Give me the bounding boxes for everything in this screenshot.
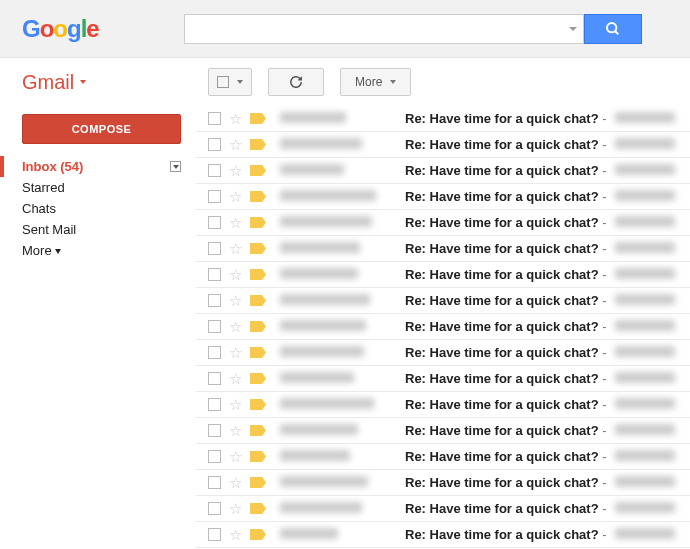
select-all-button[interactable]	[208, 68, 252, 96]
compose-button[interactable]: COMPOSE	[22, 114, 181, 144]
row-checkbox[interactable]	[208, 138, 221, 151]
sender	[280, 319, 405, 334]
sender	[280, 345, 405, 360]
star-icon[interactable]: ☆	[229, 292, 242, 310]
google-logo[interactable]: Google	[22, 15, 99, 43]
star-icon[interactable]: ☆	[229, 110, 242, 128]
row-checkbox[interactable]	[208, 294, 221, 307]
important-tag-icon[interactable]	[250, 217, 266, 228]
important-tag-icon[interactable]	[250, 295, 266, 306]
mail-row[interactable]: ☆Re: Have time for a quick chat? -	[196, 314, 690, 340]
important-tag-icon[interactable]	[250, 243, 266, 254]
star-icon[interactable]: ☆	[229, 448, 242, 466]
mail-row[interactable]: ☆Re: Have time for a quick chat? -	[196, 262, 690, 288]
row-checkbox[interactable]	[208, 450, 221, 463]
mail-row[interactable]: ☆Re: Have time for a quick chat? -	[196, 522, 690, 548]
important-tag-icon[interactable]	[250, 373, 266, 384]
row-checkbox[interactable]	[208, 164, 221, 177]
row-checkbox[interactable]	[208, 346, 221, 359]
star-icon[interactable]: ☆	[229, 214, 242, 232]
important-tag-icon[interactable]	[250, 191, 266, 202]
important-tag-icon[interactable]	[250, 139, 266, 150]
star-icon[interactable]: ☆	[229, 188, 242, 206]
important-tag-icon[interactable]	[250, 451, 266, 462]
row-checkbox[interactable]	[208, 112, 221, 125]
important-tag-icon[interactable]	[250, 477, 266, 488]
star-icon[interactable]: ☆	[229, 344, 242, 362]
important-tag-icon[interactable]	[250, 269, 266, 280]
star-icon[interactable]: ☆	[229, 318, 242, 336]
folder-options-icon[interactable]	[170, 161, 181, 172]
mail-row[interactable]: ☆Re: Have time for a quick chat? -	[196, 106, 690, 132]
mail-row[interactable]: ☆Re: Have time for a quick chat? -	[196, 288, 690, 314]
star-icon[interactable]: ☆	[229, 240, 242, 258]
row-checkbox[interactable]	[208, 216, 221, 229]
star-icon[interactable]: ☆	[229, 370, 242, 388]
subject: Re: Have time for a quick chat? -	[405, 345, 607, 360]
mail-row[interactable]: ☆Re: Have time for a quick chat? -	[196, 158, 690, 184]
row-checkbox[interactable]	[208, 242, 221, 255]
row-checkbox[interactable]	[208, 424, 221, 437]
preview	[615, 475, 675, 490]
mail-row[interactable]: ☆Re: Have time for a quick chat? -	[196, 132, 690, 158]
mail-row[interactable]: ☆Re: Have time for a quick chat? -	[196, 340, 690, 366]
mail-row[interactable]: ☆Re: Have time for a quick chat? -	[196, 236, 690, 262]
important-tag-icon[interactable]	[250, 503, 266, 514]
sidebar-item-starred[interactable]: Starred	[0, 177, 196, 198]
important-tag-icon[interactable]	[250, 347, 266, 358]
mail-row[interactable]: ☆Re: Have time for a quick chat? -	[196, 496, 690, 522]
row-checkbox[interactable]	[208, 398, 221, 411]
mail-row[interactable]: ☆Re: Have time for a quick chat? -	[196, 184, 690, 210]
more-label: More	[355, 75, 382, 89]
search-button[interactable]	[584, 14, 642, 44]
star-icon[interactable]: ☆	[229, 526, 242, 544]
app-title[interactable]: Gmail	[0, 71, 196, 94]
important-tag-icon[interactable]	[250, 529, 266, 540]
mail-row[interactable]: ☆Re: Have time for a quick chat? -	[196, 210, 690, 236]
search-options-caret[interactable]	[569, 27, 577, 31]
star-icon[interactable]: ☆	[229, 266, 242, 284]
mail-row[interactable]: ☆Re: Have time for a quick chat? -	[196, 418, 690, 444]
row-checkbox[interactable]	[208, 476, 221, 489]
more-button[interactable]: More	[340, 68, 411, 96]
star-icon[interactable]: ☆	[229, 136, 242, 154]
mail-list: ☆Re: Have time for a quick chat? -☆Re: H…	[196, 106, 690, 548]
sender	[280, 267, 405, 282]
star-icon[interactable]: ☆	[229, 474, 242, 492]
important-tag-icon[interactable]	[250, 425, 266, 436]
mail-row[interactable]: ☆Re: Have time for a quick chat? -	[196, 366, 690, 392]
important-tag-icon[interactable]	[250, 165, 266, 176]
refresh-button[interactable]	[268, 68, 324, 96]
row-checkbox[interactable]	[208, 372, 221, 385]
mail-row[interactable]: ☆Re: Have time for a quick chat? -	[196, 444, 690, 470]
star-icon[interactable]: ☆	[229, 396, 242, 414]
star-icon[interactable]: ☆	[229, 162, 242, 180]
sidebar-item-inbox[interactable]: Inbox (54)	[0, 156, 196, 177]
subject: Re: Have time for a quick chat? -	[405, 397, 607, 412]
subject: Re: Have time for a quick chat? -	[405, 449, 607, 464]
sidebar-item-more[interactable]: More	[0, 240, 196, 261]
mail-row[interactable]: ☆Re: Have time for a quick chat? -	[196, 470, 690, 496]
row-checkbox[interactable]	[208, 190, 221, 203]
sidebar-item-sent-mail[interactable]: Sent Mail	[0, 219, 196, 240]
sender	[280, 293, 405, 308]
sender	[280, 163, 405, 178]
sender	[280, 215, 405, 230]
important-tag-icon[interactable]	[250, 113, 266, 124]
row-checkbox[interactable]	[208, 502, 221, 515]
svg-line-1	[615, 31, 618, 34]
preview	[615, 527, 675, 542]
important-tag-icon[interactable]	[250, 399, 266, 410]
subject: Re: Have time for a quick chat? -	[405, 371, 607, 386]
row-checkbox[interactable]	[208, 528, 221, 541]
star-icon[interactable]: ☆	[229, 500, 242, 518]
mail-row[interactable]: ☆Re: Have time for a quick chat? -	[196, 392, 690, 418]
preview	[615, 345, 675, 360]
row-checkbox[interactable]	[208, 320, 221, 333]
sidebar-item-chats[interactable]: Chats	[0, 198, 196, 219]
search-input[interactable]	[184, 14, 584, 44]
row-checkbox[interactable]	[208, 268, 221, 281]
preview	[615, 267, 675, 282]
important-tag-icon[interactable]	[250, 321, 266, 332]
star-icon[interactable]: ☆	[229, 422, 242, 440]
